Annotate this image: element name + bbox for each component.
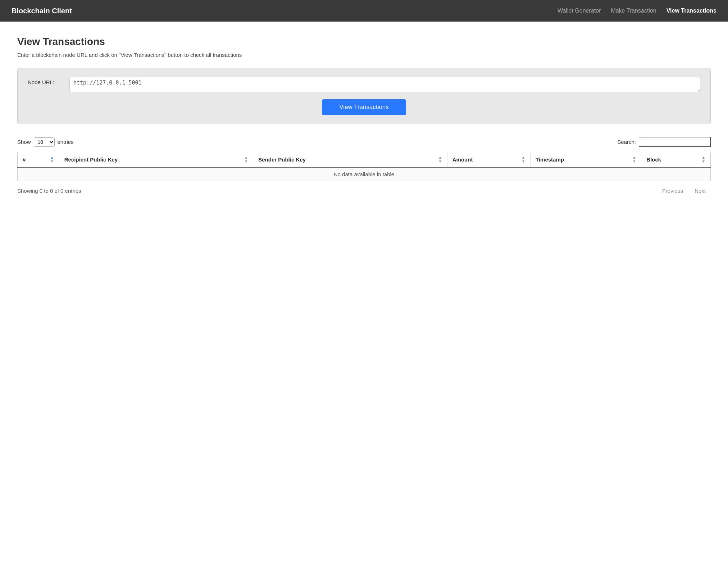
sort-icon-recipient: ▲ ▼ [244,156,248,163]
pagination-links: Previous Next [657,186,711,195]
pagination-row: Showing 0 to 0 of 0 entries Previous Nex… [17,186,711,195]
search-row: Search: [617,137,711,147]
search-input[interactable] [639,137,711,147]
show-label: Show [17,139,31,145]
table-controls: Show 10 25 50 100 entries Search: [17,137,711,147]
entries-select[interactable]: 10 25 50 100 [34,137,55,147]
next-button[interactable]: Next [690,186,711,195]
showing-entries-text: Showing 0 to 0 of 0 entries [17,188,81,194]
node-url-row: Node URL: [28,77,700,92]
main-content: View Transactions Enter a blockchain nod… [0,22,728,564]
node-url-label: Node URL: [28,77,64,85]
col-header-timestamp[interactable]: Timestamp ▲ ▼ [531,152,641,168]
col-header-recipient[interactable]: Recipient Public Key ▲ ▼ [59,152,253,168]
nav-view-transactions[interactable]: View Transactions [666,8,716,14]
no-data-row: No data available in table [18,167,711,181]
sort-icon-timestamp: ▲ ▼ [632,156,636,163]
sort-icon-amount: ▲ ▼ [522,156,525,163]
no-data-message: No data available in table [18,167,711,181]
table-head: # ▲ ▼ Recipient Public Key ▲ ▼ [18,152,711,168]
transactions-table: # ▲ ▼ Recipient Public Key ▲ ▼ [17,152,711,181]
page-title: View Transactions [17,36,711,47]
submit-btn-container: View Transactions [28,99,700,115]
sort-icon-num: ▲ ▼ [50,156,54,163]
nav-wallet-generator[interactable]: Wallet Generator [558,8,601,14]
nav-make-transaction[interactable]: Make Transaction [611,8,656,14]
search-label: Search: [617,139,636,145]
col-header-sender[interactable]: Sender Public Key ▲ ▼ [253,152,447,168]
nav-links: Wallet Generator Make Transaction View T… [558,8,716,14]
navbar: Blockchain Client Wallet Generator Make … [0,0,728,22]
table-header-row: # ▲ ▼ Recipient Public Key ▲ ▼ [18,152,711,168]
brand-label: Blockchain Client [12,7,72,15]
form-panel: Node URL: View Transactions [17,68,711,124]
view-transactions-button[interactable]: View Transactions [322,99,406,115]
col-header-amount[interactable]: Amount ▲ ▼ [447,152,530,168]
sort-icon-sender: ▲ ▼ [438,156,442,163]
show-entries-control: Show 10 25 50 100 entries [17,137,74,147]
col-header-num[interactable]: # ▲ ▼ [18,152,59,168]
sort-icon-block: ▲ ▼ [702,156,705,163]
col-header-block[interactable]: Block ▲ ▼ [641,152,711,168]
node-url-input[interactable] [69,77,700,92]
previous-button[interactable]: Previous [657,186,688,195]
page-description: Enter a blockchain node URL and click on… [17,52,711,58]
entries-label: entries [58,139,74,145]
table-body: No data available in table [18,167,711,181]
